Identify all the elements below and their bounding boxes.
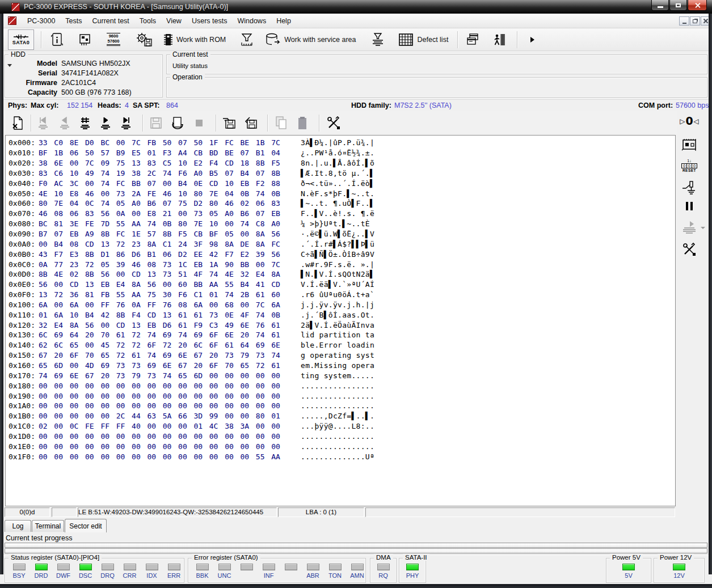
hex-byte[interactable]: 6A <box>271 301 287 309</box>
hex-byte[interactable]: 56 <box>147 280 162 289</box>
hex-byte[interactable]: 00 <box>163 452 178 461</box>
hex-byte[interactable]: 74 <box>163 169 178 177</box>
run-sectors-button[interactable] <box>677 220 702 235</box>
hex-byte[interactable]: 20 <box>193 361 209 370</box>
hex-byte[interactable]: 73 <box>193 209 209 218</box>
hex-byte[interactable]: 00 <box>100 412 116 420</box>
hex-byte[interactable]: 75 <box>178 199 193 208</box>
hex-byte[interactable]: CD <box>85 240 100 248</box>
hex-byte[interactable]: CB <box>193 230 209 238</box>
hex-byte[interactable]: E2 <box>240 250 255 259</box>
hex-byte[interactable]: 00 <box>209 371 225 380</box>
hex-byte[interactable]: 00 <box>163 432 178 441</box>
ascii-column[interactable]: .r6 ûUªu0öÁ.t+a` <box>301 290 374 299</box>
hex-byte[interactable]: 00 <box>54 452 69 461</box>
hex-byte[interactable]: FE <box>85 219 100 228</box>
hex-byte[interactable]: 00 <box>271 442 287 451</box>
hex-byte[interactable]: 00 <box>256 260 271 269</box>
defects-funnel-button[interactable] <box>237 29 256 50</box>
hex-byte[interactable]: 90 <box>225 260 240 269</box>
hex-byte[interactable]: 74 <box>271 351 287 359</box>
hex-byte[interactable]: 06 <box>70 149 85 157</box>
hex-byte[interactable]: 2C <box>116 412 132 420</box>
hex-byte[interactable]: 00 <box>178 382 193 390</box>
hex-byte[interactable]: 0A <box>39 260 54 269</box>
hex-byte[interactable]: F4 <box>209 159 225 167</box>
ascii-column[interactable]: ▌~..t. ¶.uÒ▌F..▌ <box>301 199 374 208</box>
hex-byte[interactable]: 00 <box>147 401 162 410</box>
hex-byte[interactable]: A0 <box>225 209 240 218</box>
hex-byte[interactable]: B6 <box>240 209 255 218</box>
hex-byte[interactable]: 73 <box>225 351 240 359</box>
hex-byte[interactable]: 00 <box>271 432 287 441</box>
hex-byte[interactable]: 8B <box>271 169 287 177</box>
hex-byte[interactable]: C8 <box>256 219 271 228</box>
hex-byte[interactable]: 00 <box>85 401 100 410</box>
hex-byte[interactable]: 70 <box>100 331 116 339</box>
hex-byte[interactable]: 76 <box>163 301 178 309</box>
first-sector-button[interactable] <box>36 115 50 132</box>
hex-byte[interactable]: 00 <box>163 401 178 410</box>
hex-byte[interactable]: 00 <box>70 361 85 370</box>
hex-byte[interactable]: B6 <box>147 199 162 208</box>
close-button[interactable] <box>688 0 707 11</box>
hex-row-0x140[interactable]: 0x140:626C65004572726F72206C6F6164696Ebl… <box>9 340 675 350</box>
hex-byte[interactable]: 00 <box>178 209 193 218</box>
hex-byte[interactable]: 44 <box>132 412 147 420</box>
hex-byte[interactable]: D2 <box>193 199 209 208</box>
hex-byte[interactable]: 00 <box>116 452 132 461</box>
hex-byte[interactable]: 67 <box>178 361 193 370</box>
hex-bytes[interactable]: 00000000000000000000000000000000 <box>39 392 287 400</box>
hex-byte[interactable]: 69 <box>163 331 178 339</box>
hex-byte[interactable]: 80 <box>39 199 54 208</box>
hex-byte[interactable]: 00 <box>116 382 132 390</box>
hex-byte[interactable]: 55 <box>256 452 271 461</box>
hex-byte[interactable]: 6E <box>54 159 69 167</box>
hex-bytes[interactable]: 4E10E84600732AFE4610807E040B740B <box>39 189 287 198</box>
hex-byte[interactable]: 74 <box>256 311 271 319</box>
hex-byte[interactable]: 73 <box>116 371 132 380</box>
pause-button[interactable] <box>677 202 702 210</box>
power-switch-button[interactable] <box>677 180 702 196</box>
hex-byte[interactable]: BC <box>100 138 116 147</box>
hex-byte[interactable]: 00 <box>132 382 147 390</box>
hex-byte[interactable]: 00 <box>163 280 178 289</box>
ascii-column[interactable]: ▌Æ.It.8,tö µ.´.▌ <box>301 169 374 177</box>
hex-byte[interactable]: 13 <box>39 290 54 299</box>
previous-sector-button[interactable] <box>57 115 72 132</box>
hex-byte[interactable]: 00 <box>225 412 240 420</box>
hex-byte[interactable]: CD <box>116 321 132 329</box>
tester-card-button[interactable] <box>677 138 702 151</box>
hex-byte[interactable]: 13 <box>163 311 178 319</box>
hex-byte[interactable]: 10 <box>70 311 85 319</box>
hex-byte[interactable]: 00 <box>147 392 162 400</box>
hex-byte[interactable]: 7C <box>85 159 100 167</box>
hex-bytes[interactable]: 626C65004572726F72206C6F6164696E <box>39 341 287 349</box>
hex-byte[interactable]: B4 <box>178 179 193 188</box>
hex-byte[interactable]: 00 <box>54 401 69 410</box>
hex-byte[interactable]: 00 <box>100 432 116 441</box>
hex-byte[interactable]: 65 <box>39 361 54 370</box>
hex-row-0x180[interactable]: 0x180:00000000000000000000000000000000..… <box>9 380 675 391</box>
hex-byte[interactable]: 49 <box>225 321 240 329</box>
hex-byte[interactable]: 6F <box>147 341 162 349</box>
hex-byte[interactable]: 00 <box>85 341 100 349</box>
hex-byte[interactable]: 4F <box>240 311 255 319</box>
hex-byte[interactable]: 73 <box>132 361 147 370</box>
run-options-dropdown-icon[interactable] <box>701 227 705 229</box>
hex-byte[interactable]: 0E <box>193 179 209 188</box>
hex-byte[interactable]: 20 <box>100 371 116 380</box>
hex-byte[interactable]: 00 <box>225 219 240 228</box>
hex-byte[interactable]: 00 <box>256 432 271 441</box>
hex-byte[interactable]: 00 <box>85 442 100 451</box>
hex-byte[interactable]: 8B <box>85 270 100 278</box>
hex-row-0x150[interactable]: 0x150:67206F7065726174696E672073797374g … <box>9 350 675 361</box>
hex-bytes[interactable]: 6A006A00FF760AFF76086A0068007C6A <box>39 301 287 309</box>
menu-current-test[interactable]: Current test <box>87 15 134 27</box>
hex-byte[interactable]: 6E <box>225 331 240 339</box>
menu-tests[interactable]: Tests <box>60 15 87 27</box>
ascii-column[interactable]: j.j.ÿv.ÿv.j.h.|j <box>301 301 374 309</box>
hex-byte[interactable]: FC <box>271 240 287 248</box>
hex-byte[interactable]: BB <box>193 280 209 289</box>
hex-byte[interactable]: 00 <box>178 432 193 441</box>
